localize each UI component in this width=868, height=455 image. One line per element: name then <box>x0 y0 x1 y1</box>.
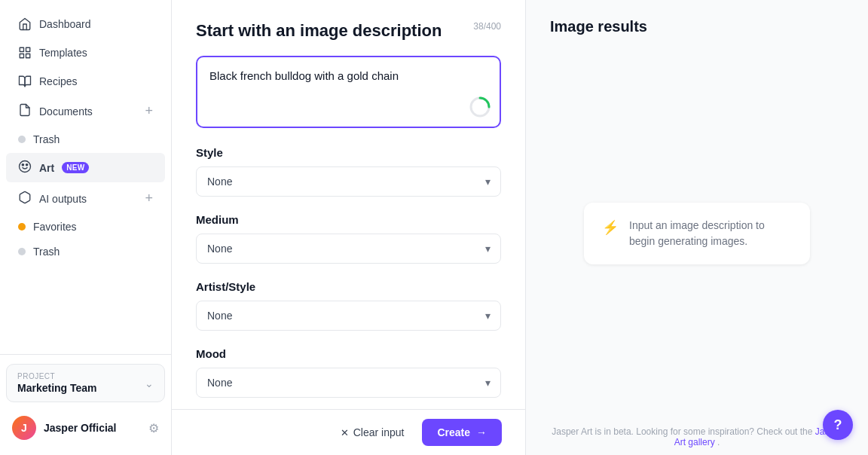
medium-label: Medium <box>196 213 501 226</box>
bottom-action-bar: ✕ Clear input Create → <box>172 409 526 455</box>
clear-btn-label: Clear input <box>353 426 405 438</box>
user-row: J Jasper Official ⚙ <box>6 410 165 446</box>
sidebar-documents-left: Documents <box>18 103 93 119</box>
sidebar-item-art-label: Art <box>39 162 54 174</box>
right-panel: Image results ⚡ Input an image descripti… <box>526 0 868 455</box>
document-icon <box>18 103 32 119</box>
sidebar-item-trash2-label: Trash <box>33 246 60 258</box>
sidebar-item-favorites[interactable]: Favorites <box>6 215 165 239</box>
user-left: J Jasper Official <box>12 416 117 440</box>
medium-select[interactable]: None <box>196 234 501 264</box>
ai-outputs-add-button[interactable]: + <box>145 191 153 206</box>
svg-rect-2 <box>20 54 23 58</box>
artist-style-label: Artist/Style <box>196 280 501 293</box>
sidebar-nav: Dashboard Templates Recipes <box>0 0 171 354</box>
sidebar-ai-outputs-section[interactable]: AI outputs + <box>6 184 165 213</box>
status-bar: Jasper Art is in beta. Looking for some … <box>526 419 868 455</box>
svg-rect-1 <box>26 47 30 51</box>
svg-point-4 <box>20 161 31 173</box>
status-text: Jasper Art is in beta. Looking for some … <box>552 426 815 437</box>
create-button[interactable]: Create → <box>422 419 502 446</box>
left-panel: Start with an image description 38/400 B… <box>172 0 526 455</box>
sidebar-documents-label: Documents <box>39 105 93 118</box>
avatar: J <box>12 416 36 440</box>
sidebar-item-recipes-label: Recipes <box>39 75 78 87</box>
settings-icon[interactable]: ⚙ <box>148 421 159 435</box>
panel-title: Start with an image description <box>196 21 501 41</box>
style-select-wrapper: None ▾ <box>196 166 501 197</box>
help-question-icon: ? <box>834 417 842 433</box>
style-select[interactable]: None <box>196 166 501 197</box>
spinner-icon <box>469 96 491 118</box>
artist-style-select-wrapper: None ▾ <box>196 301 501 331</box>
clear-input-button[interactable]: ✕ Clear input <box>332 420 414 444</box>
mood-label: Mood <box>196 347 501 360</box>
medium-select-wrapper: None ▾ <box>196 234 501 264</box>
sidebar-item-dashboard-label: Dashboard <box>39 18 91 30</box>
project-card[interactable]: PROJECT Marketing Team ⌄ <box>6 364 165 402</box>
description-textarea[interactable]: Black french bulldog with a gold chain <box>209 68 487 113</box>
sidebar-item-trash-label: Trash <box>33 133 60 145</box>
art-icon <box>18 160 32 176</box>
sidebar-ai-outputs-label: AI outputs <box>39 193 87 205</box>
ai-outputs-icon <box>18 191 32 206</box>
sidebar-item-art[interactable]: Art NEW <box>6 153 165 182</box>
trash-dot-icon <box>18 136 26 143</box>
mood-field-group: Mood None ▾ <box>196 347 501 398</box>
right-panel-header: Image results <box>526 0 868 47</box>
home-icon <box>18 17 32 31</box>
sidebar-ai-outputs-left: AI outputs <box>18 191 87 206</box>
documents-add-button[interactable]: + <box>145 103 153 119</box>
project-info: PROJECT Marketing Team <box>17 372 97 394</box>
sidebar-item-trash[interactable]: Trash <box>6 127 165 151</box>
trash2-dot-icon <box>18 248 26 255</box>
artist-style-select[interactable]: None <box>196 301 501 331</box>
svg-rect-0 <box>20 47 23 51</box>
mood-select-wrapper: None ▾ <box>196 368 501 398</box>
sidebar-item-favorites-label: Favorites <box>33 221 77 233</box>
sidebar-bottom: PROJECT Marketing Team ⌄ J Jasper Offici… <box>0 354 171 455</box>
svg-point-5 <box>22 164 23 166</box>
description-input-wrapper: Black french bulldog with a gold chain <box>196 56 501 128</box>
user-name: Jasper Official <box>44 422 117 434</box>
lightning-icon: ⚡ <box>602 219 619 236</box>
clear-x-icon: ✕ <box>341 427 349 438</box>
sidebar-item-templates-label: Templates <box>39 47 87 59</box>
sidebar-item-templates[interactable]: Templates <box>6 39 165 66</box>
book-icon <box>18 75 32 88</box>
art-new-badge: NEW <box>62 162 89 173</box>
create-arrow-icon: → <box>476 426 487 438</box>
svg-point-6 <box>26 164 28 166</box>
sidebar-item-recipes[interactable]: Recipes <box>6 68 165 95</box>
medium-field-group: Medium None ▾ <box>196 213 501 264</box>
sidebar: Dashboard Templates Recipes <box>0 0 172 455</box>
style-field-group: Style None ▾ <box>196 146 501 197</box>
main-inner: Start with an image description 38/400 B… <box>172 0 868 455</box>
svg-rect-3 <box>26 54 30 58</box>
placeholder-message: Input an image description to begin gene… <box>629 218 792 249</box>
project-chevron-icon: ⌄ <box>145 377 154 389</box>
sidebar-documents-section[interactable]: Documents + <box>6 96 165 126</box>
mood-select[interactable]: None <box>196 368 501 398</box>
style-label: Style <box>196 146 501 159</box>
image-results-title: Image results <box>550 18 844 35</box>
main-content: Start with an image description 38/400 B… <box>172 0 868 455</box>
right-panel-body: ⚡ Input an image description to begin ge… <box>526 47 868 419</box>
sidebar-item-dashboard[interactable]: Dashboard <box>6 11 165 38</box>
favorites-dot-icon <box>18 223 26 231</box>
sidebar-item-trash2[interactable]: Trash <box>6 240 165 264</box>
char-count: 38/400 <box>473 21 501 32</box>
help-button[interactable]: ? <box>823 410 853 440</box>
create-btn-label: Create <box>437 426 470 438</box>
artist-style-field-group: Artist/Style None ▾ <box>196 280 501 331</box>
grid-icon <box>18 46 32 60</box>
project-section-label: PROJECT <box>17 372 97 380</box>
project-name: Marketing Team <box>17 382 97 394</box>
status-text-end: . <box>717 437 720 447</box>
placeholder-card: ⚡ Input an image description to begin ge… <box>584 203 810 264</box>
